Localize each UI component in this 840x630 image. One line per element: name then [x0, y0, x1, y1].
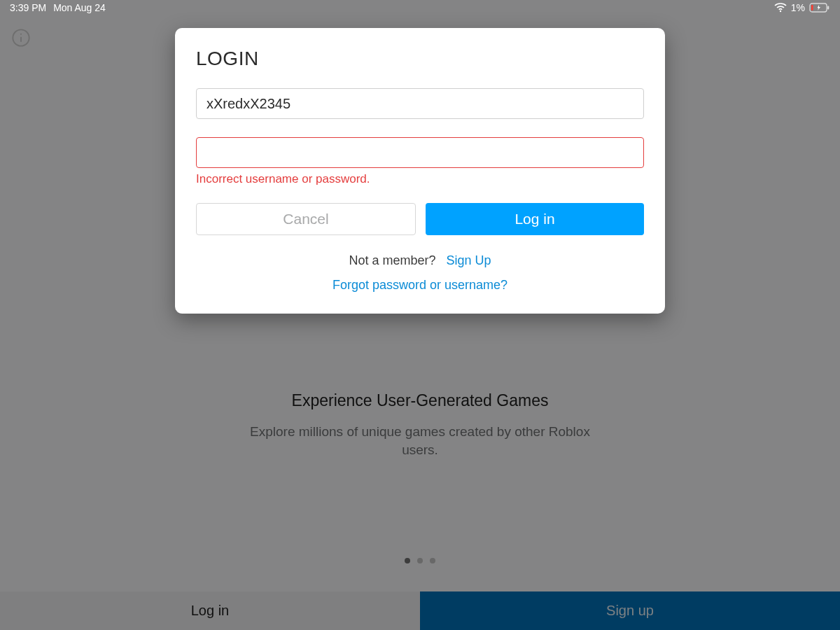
status-time: 3:39 PM — [10, 2, 46, 13]
status-bar: 3:39 PM Mon Aug 24 1% — [0, 0, 840, 15]
username-input[interactable] — [196, 88, 644, 119]
svg-point-3 — [780, 10, 781, 12]
status-battery-pct: 1% — [791, 2, 805, 13]
not-a-member-row: Not a member? Sign Up — [196, 253, 644, 268]
status-date: Mon Aug 24 — [53, 2, 106, 13]
info-button[interactable] — [11, 28, 31, 48]
login-button[interactable]: Log in — [426, 203, 644, 235]
cancel-button[interactable]: Cancel — [196, 203, 416, 235]
not-a-member-text: Not a member? — [349, 253, 435, 267]
info-icon — [11, 38, 31, 50]
svg-point-2 — [20, 34, 22, 35]
cancel-button-label: Cancel — [283, 211, 328, 227]
login-modal: LOGIN Incorrect username or password. Ca… — [175, 28, 665, 314]
forgot-password-link[interactable]: Forgot password or username? — [196, 278, 644, 293]
sign-up-link[interactable]: Sign Up — [447, 253, 491, 267]
password-input[interactable] — [196, 137, 644, 168]
svg-rect-6 — [811, 5, 813, 10]
svg-rect-5 — [827, 6, 829, 10]
login-modal-title: LOGIN — [196, 48, 644, 70]
wifi-icon — [774, 3, 787, 13]
login-button-label: Log in — [514, 211, 554, 227]
battery-low-charging-icon — [809, 3, 830, 13]
login-error-text: Incorrect username or password. — [196, 172, 644, 186]
